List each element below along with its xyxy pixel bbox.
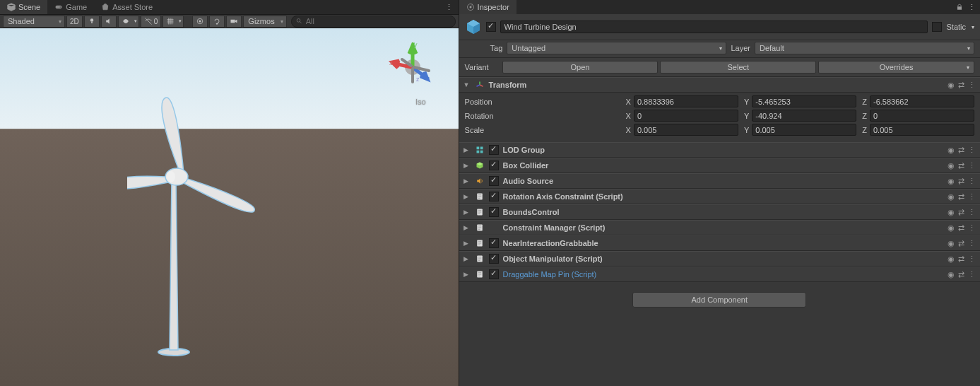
tool-handle-pivot[interactable] (192, 16, 208, 28)
component-enabled-checkbox[interactable] (489, 207, 499, 217)
component-header[interactable]: ▶Box Collider◉⇄⋮ (459, 158, 980, 173)
prefab-open-button[interactable]: Open (502, 61, 659, 74)
hidden-objects[interactable]: 0 (141, 16, 162, 28)
preset-icon[interactable]: ⇄ (958, 255, 964, 264)
preset-icon[interactable]: ⇄ (958, 177, 964, 186)
preset-icon[interactable]: ⇄ (958, 208, 964, 217)
scene-icon (7, 3, 16, 11)
preset-icon[interactable]: ⇄ (958, 223, 964, 233)
foldout-icon: ▶ (464, 193, 471, 200)
menu-icon[interactable]: ⋮ (968, 161, 976, 170)
object-name-field[interactable] (500, 21, 928, 33)
component-header[interactable]: ▶Rotation Axis Constraint (Script)◉⇄⋮ (459, 189, 980, 204)
menu-icon[interactable]: ⋮ (968, 223, 976, 233)
help-icon[interactable]: ◉ (947, 177, 955, 186)
gizmos-dropdown[interactable]: Gizmos (243, 16, 287, 28)
grid-toggle[interactable]: ▾ (163, 16, 184, 28)
component-title: Rotation Axis Constraint (Script) (503, 192, 943, 201)
component-enabled-checkbox[interactable] (489, 238, 499, 248)
menu-icon[interactable]: ⋮ (968, 146, 976, 155)
scale-x[interactable] (634, 124, 738, 136)
rotation-z[interactable] (870, 110, 974, 122)
menu-icon[interactable]: ⋮ (968, 255, 976, 264)
help-icon[interactable]: ◉ (947, 270, 955, 279)
scale-y[interactable] (752, 124, 856, 136)
static-checkbox[interactable] (932, 22, 942, 32)
component-header[interactable]: ▶Draggable Map Pin (Script)◉⇄⋮ (459, 267, 980, 282)
fx-toggle[interactable]: ▾ (118, 16, 139, 28)
audio-toggle[interactable] (101, 16, 117, 28)
add-component-button[interactable]: Add Component (632, 292, 806, 308)
camera-toggle[interactable] (226, 16, 242, 28)
component-header[interactable]: ▶LOD Group◉⇄⋮ (459, 142, 980, 158)
orientation-gizmo[interactable]: x y z (388, 42, 437, 92)
rotation-x[interactable] (634, 110, 738, 122)
tab-game[interactable]: Game (47, 0, 94, 14)
menu-icon[interactable]: ⋮ (968, 177, 976, 186)
help-icon[interactable]: ◉ (947, 255, 955, 264)
menu-icon[interactable]: ⋮ (968, 270, 976, 279)
layer-dropdown[interactable]: Default (755, 42, 974, 54)
tab-asset-store[interactable]: Asset Store (94, 0, 160, 14)
projection-label[interactable]: Iso (415, 98, 426, 106)
help-icon[interactable]: ◉ (947, 208, 955, 217)
left-tab-bar: Scene Game Asset Store ⋮ (0, 0, 459, 14)
preset-icon[interactable]: ⇄ (958, 239, 964, 248)
menu-icon[interactable]: ⋮ (968, 192, 976, 201)
shading-dropdown[interactable]: Shaded (3, 16, 65, 28)
preset-icon[interactable]: ⇄ (958, 81, 964, 90)
component-enabled-checkbox[interactable] (489, 269, 499, 279)
position-y[interactable] (752, 95, 856, 107)
rotation-y[interactable] (752, 110, 856, 122)
position-z[interactable] (870, 95, 974, 107)
scale-z[interactable] (870, 124, 974, 136)
2d-toggle[interactable]: 2D (66, 16, 83, 28)
component-header[interactable]: ▶NearInteractionGrabbable◉⇄⋮ (459, 235, 980, 251)
component-header[interactable]: ▶Audio Source◉⇄⋮ (459, 173, 980, 189)
preset-icon[interactable]: ⇄ (958, 270, 964, 279)
component-enabled-checkbox[interactable] (489, 145, 499, 155)
component-header[interactable]: ▶Constraint Manager (Script)◉⇄⋮ (459, 220, 980, 235)
component-enabled-checkbox[interactable] (489, 160, 499, 170)
tag-dropdown[interactable]: Untagged (507, 42, 726, 54)
component-header[interactable]: ▶BoundsControl◉⇄⋮ (459, 204, 980, 220)
menu-icon[interactable]: ⋮ (968, 81, 976, 90)
panel-menu-icon[interactable]: ⋮ (968, 3, 976, 12)
help-icon[interactable]: ◉ (947, 239, 955, 248)
component-title: Box Collider (503, 161, 943, 170)
preset-icon[interactable]: ⇄ (958, 146, 964, 155)
scene-viewport[interactable]: x y z Iso (0, 28, 459, 386)
tool-handle-rotation[interactable] (209, 16, 225, 28)
tab-scene[interactable]: Scene (0, 0, 47, 14)
component-enabled-checkbox[interactable] (489, 254, 499, 264)
inspector-lock[interactable]: ⋮ (955, 3, 980, 12)
lighting-toggle[interactable] (84, 16, 100, 28)
help-icon[interactable]: ◉ (947, 192, 955, 201)
prefab-select-button[interactable]: Select (660, 61, 816, 74)
box-icon (475, 160, 485, 170)
foldout-icon: ▶ (464, 209, 471, 216)
preset-icon[interactable]: ⇄ (958, 161, 964, 170)
prefab-overrides-dropdown[interactable]: Overrides (818, 61, 974, 74)
component-header[interactable]: ▶Object Manipulator (Script)◉⇄⋮ (459, 251, 980, 267)
tab-label: Asset Store (112, 3, 153, 11)
help-icon[interactable]: ◉ (947, 81, 955, 90)
menu-icon[interactable]: ⋮ (968, 239, 976, 248)
component-title: LOD Group (503, 146, 943, 154)
static-dropdown-arrow[interactable]: ▾ (972, 24, 974, 30)
help-icon[interactable]: ◉ (947, 161, 955, 170)
help-icon[interactable]: ◉ (947, 223, 955, 233)
component-enabled-checkbox[interactable] (489, 176, 499, 186)
scene-search[interactable] (291, 16, 455, 28)
transform-header[interactable]: ▼ Transform ◉ ⇄ ⋮ (459, 77, 980, 93)
rotation-label: Rotation (465, 112, 620, 120)
preset-icon[interactable]: ⇄ (958, 192, 964, 201)
menu-icon[interactable]: ⋮ (968, 208, 976, 217)
tab-inspector[interactable]: i Inspector (459, 0, 516, 14)
component-enabled-checkbox[interactable] (489, 192, 499, 201)
position-x[interactable] (634, 95, 738, 107)
object-enabled-checkbox[interactable] (486, 22, 496, 32)
search-input[interactable] (306, 17, 451, 25)
help-icon[interactable]: ◉ (947, 146, 955, 155)
panel-menu-icon[interactable]: ⋮ (439, 3, 459, 12)
